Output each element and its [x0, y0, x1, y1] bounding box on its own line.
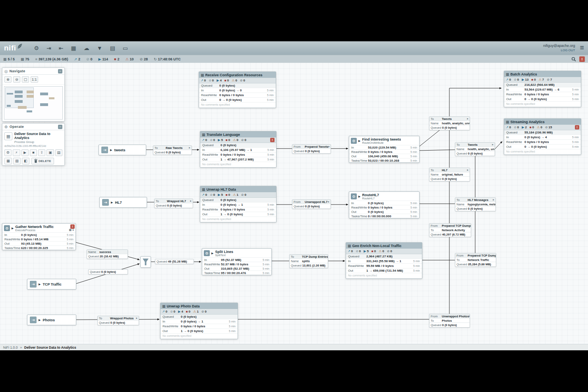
processor-find-interesting-tweets[interactable]: ⚙▶Find interesting tweetsRouteOnAttribut…: [349, 136, 420, 163]
connection-label-to-wrapped-hl7[interactable]: ToWrapped HL7▸Queued0 (0 bytes): [154, 199, 193, 208]
funnel[interactable]: [140, 256, 151, 268]
run-status-icon: ▶: [39, 283, 41, 286]
connection-label-prepared-tcp-network-activity[interactable]: FromPrepared TCP Dump▸ToNetwork Activity…: [429, 223, 471, 237]
connection-label-prepared-tcp-network-traffic[interactable]: FromPrepared TCP Dump▸ToNetwork TrafficQ…: [455, 253, 496, 267]
stat-invalid: ⚠0: [379, 249, 384, 253]
connection-label-to-raw-tweets[interactable]: ToRaw Tweets▸Queued0 (0 bytes): [153, 145, 192, 155]
expand-icon[interactable]: ▸: [190, 199, 191, 203]
stat-row-in: In0 (0 bytes) → 15 min: [200, 203, 276, 207]
start-button[interactable]: ▶: [21, 149, 29, 156]
status-invalid-value: 10: [130, 57, 133, 61]
connection-detail-row: FromPrepared TCP Dump▸: [455, 253, 496, 258]
processor-type: ExecuteProcess: [15, 229, 54, 232]
stat-value: 1 → 659,098 (721.54 MB): [366, 269, 412, 272]
processor-gather-network-traffic[interactable]: ⚙▶Gather Network TrafficExecuteProcess!▩…: [2, 223, 76, 250]
ungroup-button[interactable]: ▧: [13, 158, 21, 164]
expand-icon[interactable]: ▸: [467, 117, 468, 120]
invalid-icon: ⚠: [232, 79, 234, 82]
port-name: HL7: [115, 201, 122, 205]
copy-button[interactable]: ▣: [46, 149, 54, 156]
expand-icon[interactable]: ▸: [492, 143, 493, 146]
expand-icon[interactable]: ▸: [189, 146, 190, 149]
minimap[interactable]: [4, 86, 63, 120]
group-button[interactable]: ▦: [4, 158, 12, 164]
process-group-batch-analytics[interactable]: ▦Batch Analytics↗0⊘0▶13■0⚠7⊘7Queued216,8…: [504, 71, 581, 107]
stat-not-transmitting: ⊘0: [210, 138, 215, 142]
connection-label-to-wrapped-photos[interactable]: ToWrapped Photos▸Queued0 (0 bytes): [97, 316, 139, 325]
label-icon[interactable]: ▭: [123, 45, 128, 51]
connection-label-funnel-queue[interactable]: Queued49 (51.26 MB): [155, 259, 194, 264]
create-template-button[interactable]: ⇧: [38, 149, 45, 156]
enable-button[interactable]: ⚡: [13, 149, 20, 156]
connection-label-success-queue[interactable]: NamesuccessQueued20 (16.42 MB): [87, 249, 128, 259]
template-icon[interactable]: ▤: [110, 45, 115, 51]
zoom-actual-button[interactable]: 1:1: [31, 76, 38, 83]
operate-collapse-button[interactable]: −: [58, 125, 62, 129]
flow-canvas[interactable]: ▦Receive Configuration Resources↗0⊘0▶4■0…: [0, 63, 588, 344]
zoom-in-button[interactable]: ⊕: [4, 76, 12, 83]
process-group-receive-configuration-resources[interactable]: ▦Receive Configuration Resources↗0⊘0▶4■0…: [199, 71, 276, 108]
expand-icon[interactable]: ▸: [328, 200, 329, 203]
connection-detail-key: From: [456, 254, 467, 257]
connection-detail-row: Queued0 (0 bytes): [153, 150, 191, 154]
stat-row-readwrite: Read/Write0 bytes / 0 bytes5 min: [504, 92, 581, 97]
minimap-node: [7, 105, 11, 107]
process-group-streaming-analytics[interactable]: ▦Streaming Analytics↗0⊘0▶2■0⚠0⊘15!Queued…: [504, 118, 581, 155]
connection-label-from-prepared-tweets[interactable]: FromPrepared Tweets▸Queued0 (0 bytes): [292, 144, 331, 154]
logout-link[interactable]: LOG OUT: [543, 48, 575, 52]
processor-icon: ⚙: [351, 193, 357, 199]
stat-running: ▶13: [522, 78, 528, 81]
connection-label-to-tweets-streaming[interactable]: ToTweets▸Namehealth, analytic, unmatched…: [455, 142, 495, 156]
process-group-unwrap-hl7-data[interactable]: ▦Unwrap HL7 Data↗0⊘0▶5■0⚠1⊘0Queued0 (0 b…: [200, 186, 277, 222]
stop-button[interactable]: ■: [30, 149, 37, 156]
stat-row-readwrite: Read/Write0 bytes / 0 bytes5 min: [349, 205, 419, 209]
process-group-unwrap-photo-data[interactable]: ▦Unwrap Photo Data↗0⊘0▶4■0⚠1⊘0Queued0 (0…: [160, 303, 238, 339]
processor-routehl7[interactable]: ⚙▶RouteHL7RouteHL7In0 (0 bytes)5 minRead…: [349, 191, 420, 218]
input-port-tweets[interactable]: ⇥▶tweets: [99, 145, 146, 155]
remote-process-group-icon[interactable]: ☁: [84, 45, 89, 51]
connection-label-from-unwrapped-photos[interactable]: FromUnwrapped Photos▸ToPhotosQueued0 (0 …: [429, 314, 470, 328]
connection-label-to-tweets-batch[interactable]: ToTweets▸Namehealth, analytic, unmatched…: [429, 116, 470, 130]
stat-label: Out: [201, 98, 219, 102]
expand-icon[interactable]: ▸: [469, 315, 470, 318]
global-menu-button[interactable]: ≡: [580, 44, 584, 52]
connection-label-to-tcp-dump-entries[interactable]: ToTCP Dump Entries▸NamesplitsQueued13,60…: [289, 254, 328, 268]
output-port-icon[interactable]: ⇤: [59, 45, 64, 51]
connection-label-tcp-queue[interactable]: Queued0 (0 bytes): [88, 269, 128, 274]
connection-detail-key: From: [294, 200, 304, 204]
processor-split-lines[interactable]: ⚙▶Split LinesSplitTextIn95 (52.37 MB)5 m…: [202, 248, 272, 275]
delete-button[interactable]: DELETE: [31, 158, 54, 164]
navigate-collapse-button[interactable]: −: [58, 69, 62, 73]
funnel-icon[interactable]: ▼: [97, 45, 103, 51]
connection-label-to-hl7-messages[interactable]: ToHL7 Messages▸Namehypoglycemia, metabol…: [455, 197, 496, 211]
breadcrumb-current[interactable]: Deliver Source Data to Analytics: [24, 346, 76, 350]
zoom-out-button[interactable]: ⊖: [13, 76, 20, 83]
process-group-translate-language[interactable]: ▦Translate Language↗0⊘0▶5■0⚠0⊘0!Queued0 …: [200, 131, 277, 168]
process-group-geo-enrich-non-local-traffic[interactable]: ▦Geo Enrich Non-Local Traffic↗0⊘0▶5■0⚠0⊘…: [346, 242, 422, 279]
search-button[interactable]: [571, 57, 576, 62]
expand-icon[interactable]: ▸: [493, 198, 494, 201]
expand-icon[interactable]: ▸: [328, 145, 330, 148]
connection-label-to-hl7[interactable]: ToHL7▸Nameoriginal, failureQueued0 (0 by…: [429, 168, 470, 182]
zoom-fit-button[interactable]: ▢: [22, 76, 29, 83]
input-port-tcp-traffic[interactable]: ⇥▶TCP Traffic: [27, 279, 76, 290]
configure-button[interactable]: ⚙: [4, 149, 12, 156]
connection-line[interactable]: [495, 141, 502, 149]
input-port-photos[interactable]: ⇥▶Photos: [27, 315, 76, 325]
bulletin-icon[interactable]: !: [270, 138, 275, 142]
bulletin-board-button[interactable]: !: [579, 56, 585, 62]
fill-color-button[interactable]: ◧: [22, 158, 29, 164]
connection-label-from-unwrapped-hl7[interactable]: FromUnwrapped HL7▸Queued0 (0 bytes): [292, 199, 331, 209]
processor-icon[interactable]: ⚙: [34, 45, 39, 51]
paste-button[interactable]: ▤: [55, 149, 62, 156]
process-group-icon[interactable]: ▦: [71, 45, 76, 51]
input-port-icon[interactable]: ⇥: [46, 45, 51, 51]
expand-icon[interactable]: ▸: [467, 168, 468, 172]
expand-icon[interactable]: ▸: [136, 317, 137, 320]
stat-value: 0 bytes / 0 bytes: [181, 324, 227, 328]
connection-detail-value: HL7: [442, 168, 447, 172]
bulletin-icon[interactable]: !: [575, 125, 579, 129]
stat-time-window: 5 min: [67, 238, 74, 241]
navigate-panel-header: ◎ Navigate −: [2, 68, 64, 75]
input-port-hl7[interactable]: ⇥▶HL7: [99, 197, 147, 208]
